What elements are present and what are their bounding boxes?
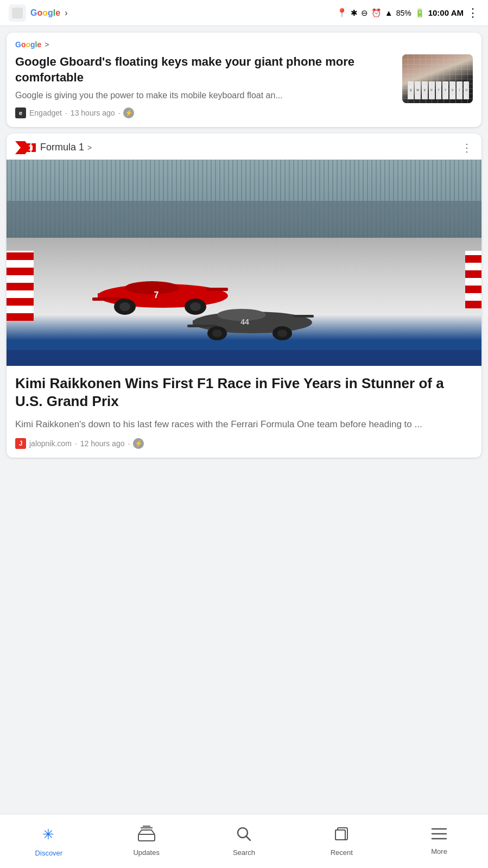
status-bar: Google › 📍 ✱ ⊖ ⏰ ▲ 85% 🔋 10:00 AM ⋮ [0, 0, 488, 26]
location-icon: 📍 [337, 8, 347, 18]
track-area: 7 [7, 238, 481, 366]
card-title-f1: Kimi Raikkonen Wins First F1 Race in Fiv… [15, 375, 473, 411]
dot-separator-1: · [65, 109, 67, 117]
card-chevron-f1: > [87, 143, 92, 152]
card-meta-f1: J jalopnik.com · 12 hours ago · ⚡ [15, 438, 473, 449]
svg-point-26 [277, 330, 287, 337]
card-header-f1: 1 Formula 1 > ⋮ [7, 134, 481, 160]
nav-item-recent[interactable]: Recent [293, 820, 390, 862]
recent-label: Recent [331, 848, 353, 857]
svg-rect-35 [335, 830, 345, 840]
battery-icon: 🔋 [415, 8, 425, 18]
svg-rect-21 [187, 325, 217, 327]
nav-item-more[interactable]: More [390, 821, 488, 861]
svg-point-24 [212, 330, 222, 337]
bottom-navigation: ✳ Discover Updates Search [0, 814, 488, 868]
lightning-icon-gboard: ⚡ [123, 107, 134, 118]
updates-label: Updates [133, 848, 159, 857]
more-label: More [431, 847, 447, 856]
jalopnik-icon: J [15, 438, 26, 449]
dot-separator-2: · [118, 109, 121, 117]
time-ago-gboard: 13 hours ago [71, 109, 115, 117]
status-bar-right: 📍 ✱ ⊖ ⏰ ▲ 85% 🔋 10:00 AM ⋮ [337, 6, 479, 20]
app-icon [9, 4, 26, 22]
svg-rect-29 [138, 834, 155, 841]
card-chevron-google: > [45, 40, 49, 49]
nav-item-search[interactable]: Search [195, 820, 293, 862]
google-source-logo: Google [15, 40, 41, 49]
more-icon [431, 827, 447, 845]
left-curb [7, 251, 34, 321]
f1-card-overflow[interactable]: ⋮ [461, 141, 473, 154]
dot-separator-4: · [128, 439, 130, 448]
ferrari-car: 7 [92, 277, 233, 317]
f1-logo-icon: 1 [15, 141, 37, 154]
card-source-f1[interactable]: 1 Formula 1 > [15, 141, 92, 154]
card-body-gboard: Google Gboard's floating keys make your … [7, 54, 481, 127]
card-source-google[interactable]: Google > [15, 40, 49, 49]
news-card-f1[interactable]: 1 Formula 1 > ⋮ ♛ ROLEX [7, 134, 481, 458]
blue-track-stripe [7, 350, 481, 365]
engadget-icon: e [15, 107, 26, 118]
card-description-gboard: Google is giving you the power to make i… [15, 90, 396, 102]
feed-content: Google > Google Gboard's floating keys m… [0, 26, 488, 512]
wifi-icon: ▲ [385, 8, 393, 17]
discover-icon: ✳ [40, 825, 58, 846]
svg-text:✳: ✳ [42, 826, 54, 842]
svg-rect-6 [33, 143, 36, 152]
recent-icon [333, 826, 350, 846]
right-curb [465, 251, 481, 308]
nav-item-discover[interactable]: ✳ Discover [0, 820, 98, 863]
status-bar-left: Google › [9, 4, 67, 22]
nav-item-updates[interactable]: Updates [98, 820, 195, 862]
dot-separator-3: · [75, 439, 77, 448]
overflow-menu-button[interactable]: ⋮ [467, 6, 479, 20]
svg-text:44: 44 [240, 318, 249, 326]
jalopnik-source-name: jalopnik.com [29, 439, 72, 448]
search-icon [236, 826, 252, 846]
google-logo: Google [30, 8, 60, 18]
engadget-source-name: Engadget [29, 109, 62, 117]
card-header-google: Google > [7, 33, 481, 54]
f1-scene: ♛ ROLEX ♛ ROLEX ♛ ROLEX [7, 160, 481, 366]
bluetooth-icon: ✱ [351, 8, 358, 18]
f1-race-image: ♛ ROLEX ♛ ROLEX ♛ ROLEX [7, 160, 481, 366]
card-meta-gboard: e Engadget · 13 hours ago · ⚡ [15, 107, 396, 118]
search-label: Search [233, 848, 255, 857]
svg-rect-0 [12, 8, 23, 18]
svg-text:1: 1 [28, 143, 33, 152]
clock: 10:00 AM [428, 8, 464, 17]
svg-point-14 [119, 302, 130, 311]
svg-point-10 [125, 281, 179, 294]
card-content-f1: Kimi Raikkonen Wins First F1 Race in Fiv… [7, 366, 481, 458]
discover-label: Discover [35, 849, 63, 857]
minus-circle-icon: ⊖ [361, 8, 368, 18]
svg-line-33 [246, 836, 250, 840]
card-text-gboard: Google Gboard's floating keys make your … [15, 54, 396, 118]
f1-source-label: Formula 1 [40, 142, 84, 153]
card-title-gboard: Google Gboard's floating keys make your … [15, 54, 396, 85]
lightning-icon-f1: ⚡ [133, 438, 144, 449]
article-thumbnail-gboard: Q W E R T Y U I O [402, 54, 473, 103]
svg-rect-12 [206, 288, 228, 291]
svg-point-16 [190, 302, 201, 311]
battery-percentage: 85% [396, 9, 411, 17]
time-ago-f1: 12 hours ago [80, 439, 125, 448]
card-description-f1: Kimi Raikkonen's down to his last few ra… [15, 417, 473, 432]
updates-icon [137, 826, 156, 846]
app-header-chevron[interactable]: › [65, 8, 67, 18]
news-card-gboard[interactable]: Google > Google Gboard's floating keys m… [7, 33, 481, 127]
svg-rect-22 [293, 315, 314, 318]
svg-text:7: 7 [154, 290, 159, 300]
alarm-icon: ⏰ [371, 8, 382, 18]
